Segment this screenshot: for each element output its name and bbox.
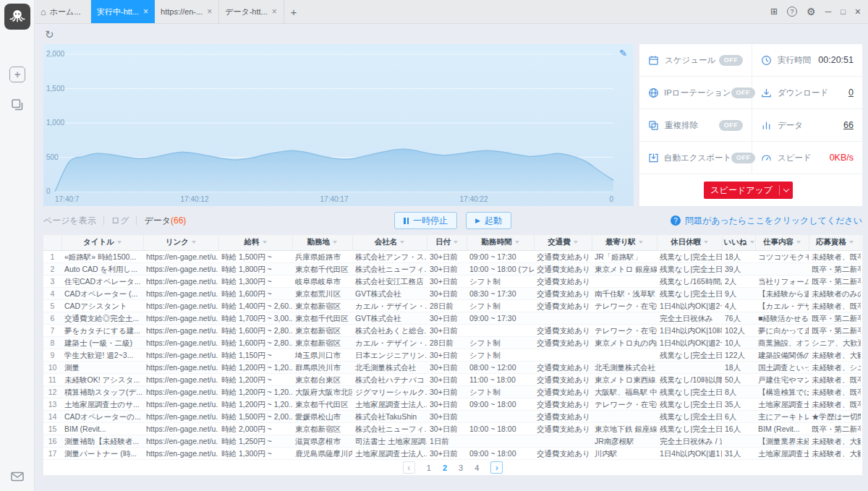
cell: 9人	[722, 287, 755, 299]
column-header[interactable]: 休日休暇	[657, 235, 722, 250]
column-header[interactable]: 勤務時間	[467, 235, 534, 250]
refresh-icon[interactable]: ↻	[45, 29, 54, 40]
octoparse-logo[interactable]	[4, 4, 30, 30]
cell: 11:00 ~ 18:00	[467, 373, 534, 385]
browser-tab[interactable]: データ-htt...×	[219, 0, 284, 23]
filter-icon[interactable]	[849, 241, 854, 244]
page-number[interactable]: 2	[443, 464, 447, 472]
filter-icon[interactable]	[796, 241, 801, 244]
pause-button[interactable]: 一時停止	[394, 212, 457, 229]
cell	[592, 349, 657, 361]
row-index: 16	[43, 435, 61, 447]
cell: シフト制	[467, 299, 534, 312]
layers-icon	[10, 98, 25, 112]
stat-label: ダウンロード	[778, 87, 828, 98]
cell	[592, 312, 657, 324]
filter-icon[interactable]	[454, 241, 458, 244]
row-index: 1	[43, 250, 61, 262]
browser-tab[interactable]: 実行中-htt...×	[91, 0, 155, 23]
cell: 2人	[722, 275, 755, 287]
page-number[interactable]: 1	[427, 464, 431, 472]
table-row: 8建築士 (一級・二級)https://en-gage.net/u...時給 1…	[43, 336, 861, 349]
task-list-button[interactable]	[9, 97, 25, 113]
filter-icon[interactable]	[400, 241, 404, 244]
table-row: 6交通費支給◎完全土...https://en-gage.net/u...時給 …	[43, 312, 861, 324]
column-header[interactable]: リンク	[143, 235, 218, 250]
help-link[interactable]: ? 問題があったらここをクリックしてください	[671, 215, 862, 227]
column-header[interactable]: 日付	[427, 235, 467, 250]
browser-tab[interactable]: ⌂ホーム...	[35, 0, 91, 23]
svg-text:1,500: 1,500	[46, 85, 64, 93]
filter-icon[interactable]	[704, 241, 708, 244]
filter-icon[interactable]	[639, 241, 643, 244]
tab-close-icon[interactable]: ×	[271, 7, 278, 17]
filter-icon[interactable]	[117, 241, 122, 244]
column-header[interactable]: 給料	[218, 235, 292, 250]
cell: 6人	[722, 410, 755, 422]
mail-icon	[10, 469, 25, 484]
filter-icon[interactable]	[333, 241, 337, 244]
cell: 30+日前	[427, 250, 467, 262]
cell: https://en-gage.net/u...	[143, 312, 218, 324]
cell: 土地家屋調査士業務...	[755, 447, 809, 459]
column-header[interactable]: 最寄り駅	[592, 235, 657, 250]
tab-close-icon[interactable]: ×	[142, 7, 149, 17]
filter-icon[interactable]	[263, 241, 267, 244]
column-header[interactable]: タイトル	[61, 235, 143, 250]
filter-icon[interactable]	[515, 241, 519, 244]
help-icon[interactable]: ?	[787, 7, 797, 17]
cell: 既卒・第二新卒、大...	[809, 262, 861, 275]
column-header[interactable]: いいね	[722, 235, 755, 250]
page-number[interactable]: 4	[475, 464, 479, 472]
data-value[interactable]: 66	[843, 120, 854, 130]
cell: 39人	[722, 262, 755, 275]
help-link-label: 問題があったらここをクリックしてください	[685, 215, 862, 227]
next-page-button[interactable]: ›	[490, 461, 503, 474]
cell: 株式会社安江工務店	[352, 275, 427, 287]
cell: 東京都荒川区	[292, 287, 352, 299]
filter-icon[interactable]	[574, 241, 578, 244]
cell: 時給 1,600円 ~ 2,80...	[218, 324, 292, 336]
cell: 122人	[722, 349, 755, 361]
settings-gear-icon[interactable]: ⚙	[807, 7, 816, 17]
start-button[interactable]: ▶ 起動	[466, 212, 511, 229]
view-tab-data[interactable]: データ(66)	[144, 215, 186, 227]
tab-close-icon[interactable]: ×	[206, 7, 213, 17]
edit-icon[interactable]: ✎	[619, 48, 627, 59]
maximize-button[interactable]: □	[841, 8, 846, 16]
prev-page-button[interactable]: ‹	[403, 461, 415, 474]
download-value[interactable]: 0	[848, 87, 854, 98]
column-header[interactable]: 勤務地	[292, 235, 352, 250]
cell: 時給 1,300円 ~	[218, 275, 292, 287]
setting-label: IPローテーション	[664, 87, 731, 98]
new-tab-button[interactable]: +	[284, 0, 303, 23]
table-row: 4CADオペレーター (...https://en-gage.net/u...時…	[43, 287, 861, 299]
cell: https://en-gage.net/u...	[143, 275, 218, 287]
page-number[interactable]: 3	[459, 464, 463, 472]
column-header[interactable]: 交通費	[534, 235, 592, 250]
dedupe-toggle[interactable]: OFF	[719, 120, 743, 131]
column-header[interactable]: 仕事内容	[755, 235, 809, 250]
cell: 交通費支給あり	[534, 299, 592, 312]
schedule-toggle[interactable]: OFF	[719, 55, 743, 66]
plus-icon: +	[14, 69, 20, 80]
globe-toggle[interactable]: OFF	[731, 87, 755, 98]
new-task-button[interactable]: +	[9, 67, 25, 82]
browser-tab[interactable]: https://en-...×	[155, 0, 219, 23]
cell: 土地家屋調査士業務...	[755, 398, 809, 410]
cell	[467, 410, 534, 422]
cell: 土地家屋調査士法人...	[352, 447, 427, 459]
filter-icon[interactable]	[192, 241, 196, 244]
filter-icon[interactable]	[750, 241, 754, 244]
close-button[interactable]: ×	[855, 7, 861, 17]
column-header[interactable]: 応募資格	[809, 235, 861, 250]
feedback-button[interactable]	[9, 469, 25, 484]
minimize-button[interactable]: ─	[825, 7, 832, 16]
column-header[interactable]: 会社名	[352, 235, 427, 250]
chevron-down-icon[interactable]	[780, 182, 793, 199]
apps-grid-icon[interactable]: ⊞	[770, 7, 778, 16]
speed-up-button[interactable]: スピードアップ	[704, 182, 793, 199]
cell: 35人	[722, 398, 755, 410]
view-tab-log[interactable]: ログ	[111, 215, 129, 227]
view-tab-page[interactable]: ページを表示	[43, 215, 96, 227]
